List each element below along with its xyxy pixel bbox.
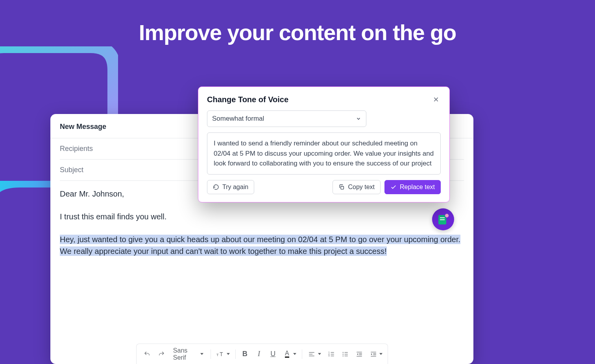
italic-button[interactable]: I [253,347,265,361]
indent-increase-button[interactable] [367,347,380,361]
text-color-button[interactable]: A [281,347,294,361]
font-size-button[interactable]: TT [214,347,227,361]
redo-icon [158,351,165,358]
tone-change-popup: Change Tone of Voice Somewhat formal I w… [198,86,450,202]
indent-decrease-button[interactable] [353,347,366,361]
caret-down-icon [318,353,321,355]
svg-point-11 [343,352,344,353]
align-left-icon [308,351,315,358]
svg-point-13 [343,355,344,356]
format-toolbar: Sans Serif TT B I U A 123 [136,344,388,364]
align-button[interactable] [305,347,318,361]
underline-icon: U [270,350,275,358]
font-family-label: Sans Serif [173,347,198,361]
intro-line: I trust this email finds you well. [60,211,464,222]
highlighted-text: Hey, just wanted to give you a quick hea… [60,235,460,256]
svg-text:3: 3 [328,355,329,357]
undo-button[interactable] [141,347,154,361]
indent-decrease-icon [356,351,363,358]
copy-text-label: Copy text [348,184,375,191]
undo-icon [144,351,151,358]
redo-button[interactable] [155,347,168,361]
svg-text:T: T [220,351,223,357]
popup-title: Change Tone of Voice [207,95,288,104]
assistant-fab-icon [438,214,448,224]
close-button[interactable] [431,95,441,104]
font-family-select[interactable]: Sans Serif [169,347,207,361]
svg-rect-27 [341,186,344,189]
copy-text-button[interactable]: Copy text [333,180,381,194]
toolbar-separator [302,349,302,359]
bulleted-list-button[interactable] [339,347,351,361]
indent-increase-icon [370,351,377,358]
italic-icon: I [258,350,260,358]
try-again-button[interactable]: Try again [207,180,254,194]
chevron-down-icon [356,116,361,121]
caret-down-icon [293,353,296,355]
close-icon [433,96,439,103]
check-icon [390,184,397,190]
svg-text:T: T [216,353,219,357]
caret-down-icon [200,353,203,355]
refresh-icon [213,184,219,190]
selected-paragraph: Hey, just wanted to give you a quick hea… [60,233,464,257]
font-size-icon: TT [216,350,225,358]
copy-icon [338,184,345,190]
assistant-fab[interactable] [432,208,454,230]
tone-selected-value: Somewhat formal [212,115,264,123]
bold-icon: B [242,350,248,358]
hero-title: Improve your content on the go [0,20,595,45]
toolbar-separator [235,349,236,359]
caret-down-icon [379,353,382,355]
tone-select[interactable]: Somewhat formal [207,110,366,127]
bulleted-list-icon [342,351,349,358]
replace-text-button[interactable]: Replace text [384,180,441,194]
numbered-list-button[interactable]: 123 [325,347,338,361]
numbered-list-icon: 123 [328,351,335,358]
toolbar-separator [211,349,211,359]
result-text: I wanted to send a friendly reminder abo… [207,132,441,175]
text-color-icon: A [285,350,289,358]
replace-text-label: Replace text [400,184,435,191]
svg-point-12 [343,353,344,354]
try-again-label: Try again [222,184,248,191]
bold-button[interactable]: B [239,347,251,361]
caret-down-icon [227,353,230,355]
underline-button[interactable]: U [267,347,279,361]
